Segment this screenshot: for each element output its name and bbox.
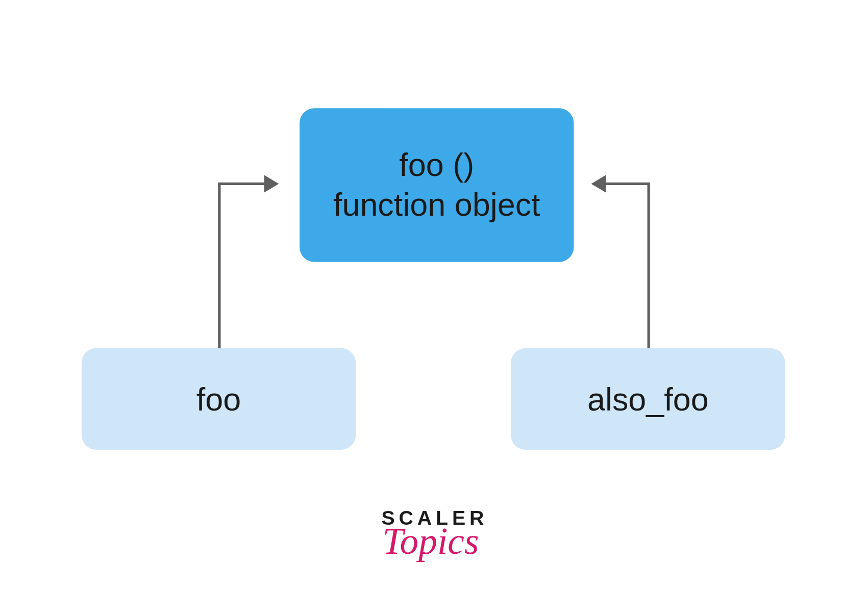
function-object-box: foo () function object: [300, 108, 574, 262]
right-arrow-head-icon: [591, 175, 606, 192]
right-arrow-vertical: [648, 184, 650, 348]
right-arrow-horizontal: [605, 183, 650, 185]
also-foo-reference-box: also_foo: [511, 348, 785, 450]
brand-logo: SCALER Topics: [381, 506, 488, 562]
function-object-line2: function object: [333, 185, 540, 225]
also-foo-label: also_foo: [587, 380, 709, 417]
function-object-line1: foo (): [399, 145, 474, 185]
foo-label: foo: [196, 380, 241, 417]
left-arrow-head-icon: [264, 175, 279, 192]
left-arrow-horizontal: [218, 183, 266, 185]
foo-reference-box: foo: [82, 348, 356, 450]
left-arrow-vertical: [218, 184, 220, 348]
brand-topics-text: Topics: [377, 520, 484, 563]
